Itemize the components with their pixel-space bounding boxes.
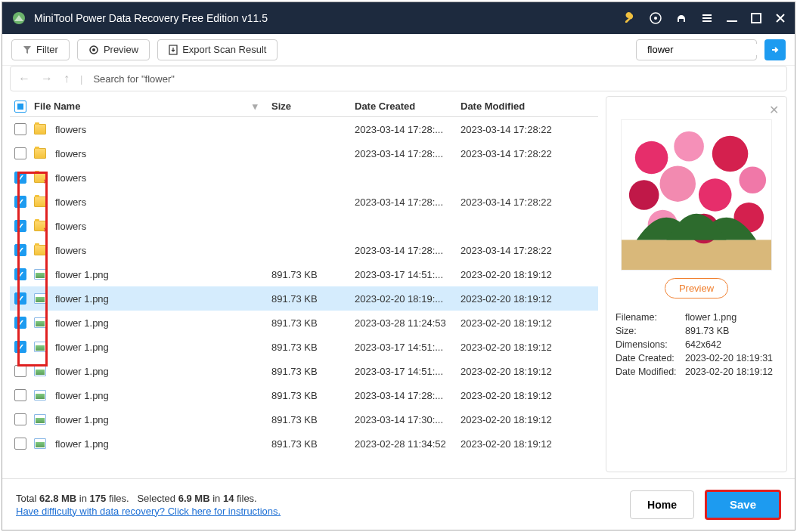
file-date-created: 2023-03-17 14:51:... xyxy=(355,269,461,280)
file-date-created: 2023-03-14 17:28:... xyxy=(355,245,461,256)
table-row[interactable]: flowers2023-03-14 17:28:...2023-03-14 17… xyxy=(10,190,598,214)
close-icon[interactable] xyxy=(775,13,786,23)
row-checkbox[interactable] xyxy=(14,172,26,184)
row-checkbox[interactable] xyxy=(14,365,26,377)
row-checkbox[interactable] xyxy=(14,438,26,450)
file-icon xyxy=(34,414,46,425)
row-checkbox[interactable] xyxy=(14,317,26,329)
svg-rect-3 xyxy=(727,20,737,22)
file-name: flower 1.png xyxy=(55,269,109,280)
row-checkbox[interactable] xyxy=(14,268,26,280)
svg-point-13 xyxy=(674,131,704,162)
save-button[interactable]: Save xyxy=(705,490,781,520)
file-date-modified: 2023-02-20 18:19:12 xyxy=(461,390,589,401)
file-rows[interactable]: flowers2023-03-14 17:28:...2023-03-14 17… xyxy=(10,117,598,472)
close-preview-icon[interactable]: ✕ xyxy=(769,103,779,117)
table-row[interactable]: flower 1.png891.73 KB2023-03-17 14:51:..… xyxy=(10,359,598,383)
file-icon xyxy=(34,245,46,255)
file-name: flowers xyxy=(55,196,86,208)
table-row[interactable]: flower 1.png891.73 KB2023-02-20 18:19:..… xyxy=(10,286,598,311)
file-size: 891.73 KB xyxy=(271,342,355,353)
column-date-modified[interactable]: Date Modified xyxy=(461,101,589,112)
file-date-modified: 2023-03-14 17:28:22 xyxy=(461,148,589,159)
file-name: flower 1.png xyxy=(55,366,109,377)
file-date-created: 2023-03-14 17:28:... xyxy=(355,196,461,208)
row-checkbox[interactable] xyxy=(14,220,26,232)
file-icon xyxy=(34,293,46,304)
file-date-created: 2023-03-17 14:51:... xyxy=(355,366,461,377)
file-icon xyxy=(34,269,46,280)
nav-forward-icon[interactable]: → xyxy=(41,72,53,85)
file-size: 891.73 KB xyxy=(271,438,355,450)
disc-icon[interactable] xyxy=(650,12,662,24)
table-row[interactable]: flower 1.png891.73 KB2023-03-17 14:51:..… xyxy=(10,262,598,286)
file-icon xyxy=(34,342,46,352)
table-row[interactable]: flower 1.png891.73 KB2023-03-28 11:24:53… xyxy=(10,311,598,335)
menu-icon[interactable] xyxy=(701,12,713,24)
svg-point-15 xyxy=(739,166,766,193)
table-row[interactable]: flower 1.png891.73 KB2023-03-14 17:30:..… xyxy=(10,407,598,431)
search-input[interactable] xyxy=(647,44,774,55)
file-icon xyxy=(34,172,46,183)
file-size: 891.73 KB xyxy=(271,317,355,329)
file-date-modified: 2023-02-20 18:19:12 xyxy=(461,342,589,353)
row-checkbox[interactable] xyxy=(14,389,26,401)
table-row[interactable]: flowers2023-03-14 17:28:...2023-03-14 17… xyxy=(10,238,598,262)
table-row[interactable]: flowers xyxy=(10,214,598,238)
maximize-icon[interactable] xyxy=(751,13,761,23)
svg-point-18 xyxy=(699,178,732,212)
app-window: MiniTool Power Data Recovery Free Editio… xyxy=(2,2,795,530)
file-list-pane: File Name▾ Size Date Created Date Modifi… xyxy=(10,96,598,472)
column-filename[interactable]: File Name▾ xyxy=(31,101,271,112)
file-date-modified: 2023-03-14 17:28:22 xyxy=(461,245,589,256)
file-name: flowers xyxy=(55,148,86,159)
help-link[interactable]: Have difficulty with data recovery? Clic… xyxy=(16,506,281,517)
table-row[interactable]: flower 1.png891.73 KB2023-03-14 17:28:..… xyxy=(10,383,598,407)
row-checkbox[interactable] xyxy=(14,147,26,159)
file-icon xyxy=(34,390,46,401)
file-date-modified: 2023-03-14 17:28:22 xyxy=(461,124,589,135)
row-checkbox[interactable] xyxy=(14,292,26,305)
table-row[interactable]: flowers2023-03-14 17:28:...2023-03-14 17… xyxy=(10,117,598,141)
table-row[interactable]: flowers xyxy=(10,165,598,190)
preview-button[interactable]: Preview xyxy=(77,39,150,60)
export-button[interactable]: Export Scan Result xyxy=(157,39,278,60)
preview-open-button[interactable]: Preview xyxy=(665,278,728,298)
select-all-checkbox[interactable] xyxy=(14,101,26,113)
file-name: flowers xyxy=(55,172,86,184)
svg-point-6 xyxy=(92,48,95,51)
file-size: 891.73 KB xyxy=(271,390,355,401)
svg-point-12 xyxy=(635,141,668,175)
nav-up-icon[interactable]: ↑ xyxy=(64,72,70,85)
filter-button[interactable]: Filter xyxy=(11,39,70,60)
table-row[interactable]: flower 1.png891.73 KB2023-03-17 14:51:..… xyxy=(10,335,598,359)
file-date-created: 2023-02-28 11:34:52 xyxy=(355,438,461,450)
row-checkbox[interactable] xyxy=(14,413,26,425)
row-checkbox[interactable] xyxy=(14,196,26,208)
row-checkbox[interactable] xyxy=(14,341,26,353)
column-date-created[interactable]: Date Created xyxy=(355,101,461,112)
file-date-modified: 2023-02-20 18:19:12 xyxy=(461,269,589,280)
svg-point-14 xyxy=(712,136,749,172)
file-date-created: 2023-02-20 18:19:... xyxy=(355,293,461,305)
sort-icon: ▾ xyxy=(253,101,258,112)
file-date-created: 2023-03-14 17:28:... xyxy=(355,390,461,401)
headphones-icon[interactable] xyxy=(675,12,687,24)
search-box[interactable] xyxy=(636,39,757,60)
file-icon xyxy=(34,124,46,135)
footer-stats: Total 62.8 MB in 175 files. Selected 6.9… xyxy=(16,493,281,504)
nav-back-icon[interactable]: ← xyxy=(18,72,30,85)
table-row[interactable]: flower 1.png891.73 KB2023-02-28 11:34:52… xyxy=(10,431,598,456)
minimize-icon[interactable] xyxy=(727,13,737,23)
key-icon[interactable] xyxy=(624,12,636,24)
column-size[interactable]: Size xyxy=(271,101,355,112)
table-row[interactable]: flowers2023-03-14 17:28:...2023-03-14 17… xyxy=(10,141,598,165)
file-icon xyxy=(34,366,46,376)
file-date-modified: 2023-03-14 17:28:22 xyxy=(461,196,589,208)
file-name: flower 1.png xyxy=(55,293,109,305)
home-button[interactable]: Home xyxy=(630,490,694,519)
row-checkbox[interactable] xyxy=(14,244,26,256)
search-go-button[interactable] xyxy=(764,39,786,60)
row-checkbox[interactable] xyxy=(14,123,26,135)
file-name: flower 1.png xyxy=(55,390,109,401)
